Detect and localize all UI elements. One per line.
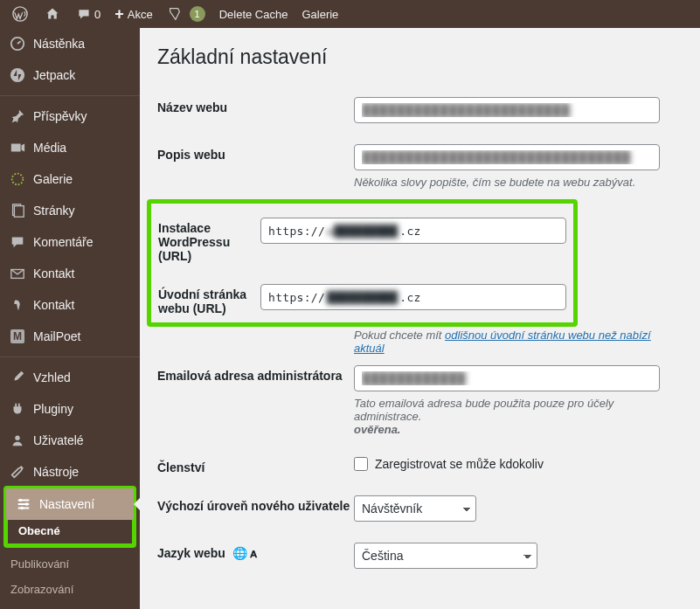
- row-tagline: Popis webu Několika slovy popište, čím s…: [157, 134, 683, 199]
- label-tagline: Popis webu: [157, 144, 354, 162]
- mail-icon: [9, 265, 26, 282]
- menu-contact-1[interactable]: Kontakt: [0, 258, 140, 289]
- menu-pages[interactable]: Stránky: [0, 195, 140, 226]
- media-icon: [9, 139, 26, 156]
- row-membership: Členství Zaregistrovat se může kdokoliv: [157, 446, 683, 485]
- highlight-settings: Nastavení Obecné: [3, 486, 136, 548]
- row-site-name: Název webu: [157, 87, 683, 134]
- submenu-general[interactable]: Obecné: [8, 518, 132, 543]
- menu-label: Komentáře: [33, 235, 93, 249]
- checkbox-anyone-register[interactable]: [354, 457, 368, 471]
- label-admin-email: Emailová adresa administrátora: [157, 365, 354, 383]
- menu-label: Vzhled: [33, 370, 71, 384]
- label-site-name: Název webu: [157, 97, 354, 114]
- mailpoet-icon: M: [9, 328, 26, 345]
- menu-comments[interactable]: Komentáře: [0, 226, 140, 258]
- highlight-urls: Instalace WordPressu (URL) https://w████…: [147, 199, 578, 327]
- menu-label: Jetpack: [33, 68, 75, 82]
- new-content[interactable]: + Akce: [107, 0, 159, 28]
- label-membership: Členství: [157, 457, 354, 474]
- label-site-url: Úvodní stránka webu (URL): [158, 284, 260, 315]
- input-site-url[interactable]: https://██████████.cz: [260, 284, 566, 310]
- menu-label: Stránky: [33, 204, 74, 218]
- row-wp-url: Instalace WordPressu (URL) https://w████…: [158, 207, 566, 273]
- page-icon: [9, 202, 26, 219]
- input-wp-url[interactable]: https://w█████████.cz: [260, 218, 566, 244]
- menu-plugins[interactable]: Pluginy: [0, 393, 140, 425]
- jetpack-icon: [9, 66, 26, 84]
- translate-icon: 🌐 ᴀ: [232, 546, 257, 560]
- seo-icon: [167, 6, 183, 22]
- submenu-reading[interactable]: Zobrazování: [0, 577, 140, 602]
- svg-point-9: [19, 499, 23, 502]
- menu-media[interactable]: Média: [0, 132, 140, 163]
- wordpress-icon: [12, 6, 28, 22]
- menu-gallery[interactable]: Galerie: [0, 163, 140, 195]
- plus-icon: +: [114, 5, 124, 24]
- menu-label: Nástěnka: [33, 37, 85, 51]
- row-site-lang: Jazyk webu 🌐 ᴀ Čeština: [157, 532, 683, 579]
- svg-point-11: [20, 507, 24, 510]
- svg-point-8: [15, 436, 19, 440]
- seo-badge: 1: [190, 6, 205, 22]
- wrench-icon: [9, 463, 26, 481]
- menu-settings[interactable]: Nastavení: [6, 488, 134, 520]
- flamingo-icon: [9, 296, 26, 314]
- select-site-lang[interactable]: Čeština: [354, 543, 537, 569]
- select-default-role[interactable]: Návštěvník: [354, 495, 476, 522]
- menu-label: Kontakt: [33, 266, 74, 280]
- submenu-discussion[interactable]: Nastavení komentářů: [0, 602, 140, 609]
- page-title: Základní nastavení: [157, 45, 683, 69]
- svg-point-10: [25, 502, 29, 506]
- menu-label: Média: [33, 141, 66, 155]
- menu-label: MailPoet: [33, 329, 80, 343]
- settings-general-content: Základní nastavení Název webu Popis webu…: [140, 28, 700, 597]
- wp-logo[interactable]: [5, 0, 38, 28]
- gallery-link[interactable]: Galerie: [295, 0, 345, 28]
- site-home[interactable]: [38, 0, 70, 28]
- submenu-writing[interactable]: Publikování: [0, 551, 140, 577]
- dashboard-icon: [9, 35, 26, 52]
- desc-site-url: Pokud chcete mít odlišnou úvodní stránku…: [354, 329, 683, 355]
- svg-rect-6: [14, 206, 24, 218]
- menu-label: Uživatelé: [33, 433, 84, 447]
- menu-label: Kontakt: [33, 298, 74, 312]
- svg-point-2: [10, 68, 24, 82]
- menu-tools[interactable]: Nástroje: [0, 456, 140, 488]
- menu-label: Nástroje: [33, 465, 79, 479]
- delete-cache-link[interactable]: Delete Cache: [212, 0, 295, 28]
- input-admin-email[interactable]: [354, 365, 660, 391]
- menu-contact-2[interactable]: Kontakt: [0, 289, 140, 321]
- pin-icon: [9, 107, 26, 125]
- home-icon: [45, 7, 59, 21]
- input-tagline[interactable]: [354, 144, 660, 170]
- seo-link[interactable]: 1: [160, 0, 212, 28]
- gallery-icon: [9, 170, 26, 188]
- comment-icon: [77, 7, 91, 21]
- row-site-url: Úvodní stránka webu (URL) https://██████…: [158, 273, 566, 319]
- svg-rect-3: [11, 144, 21, 152]
- comments-count: 0: [94, 8, 100, 21]
- row-default-role: Výchozí úroveň nového uživatele Návštěvn…: [157, 485, 683, 532]
- comments-link[interactable]: 0: [70, 0, 107, 28]
- input-site-name[interactable]: [354, 97, 660, 123]
- menu-dashboard[interactable]: Nástěnka: [0, 28, 140, 59]
- brush-icon: [9, 369, 26, 386]
- menu-mailpoet[interactable]: M MailPoet: [0, 321, 140, 352]
- label-default-role: Výchozí úroveň nového uživatele: [157, 495, 354, 513]
- label-site-lang: Jazyk webu 🌐 ᴀ: [157, 543, 354, 560]
- menu-jetpack[interactable]: Jetpack: [0, 59, 140, 91]
- label-wp-url: Instalace WordPressu (URL): [158, 218, 260, 263]
- row-admin-email: Emailová adresa administrátora Tato emai…: [157, 355, 683, 446]
- menu-appearance[interactable]: Vzhled: [0, 356, 140, 393]
- admin-toolbar: 0 + Akce 1 Delete Cache Galerie: [0, 0, 700, 28]
- menu-posts[interactable]: Příspěvky: [0, 95, 140, 132]
- user-icon: [9, 432, 26, 449]
- desc-tagline: Několika slovy popište, čím se budete na…: [354, 176, 683, 189]
- admin-sidebar: Nástěnka Jetpack Příspěvky Média Galerie…: [0, 28, 140, 609]
- plugin-icon: [9, 400, 26, 418]
- new-label: Akce: [128, 8, 153, 21]
- menu-label: Příspěvky: [33, 109, 87, 123]
- menu-label: Nastavení: [39, 497, 94, 511]
- menu-users[interactable]: Uživatelé: [0, 425, 140, 456]
